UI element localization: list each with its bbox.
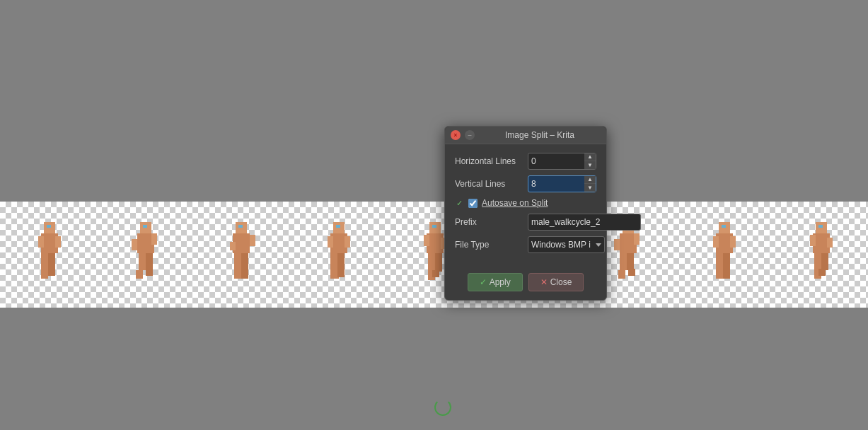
image-split-dialog: × – Image Split – Krita Horizontal Lines…: [444, 126, 607, 301]
vertical-lines-arrows: ▲ ▼: [584, 176, 596, 192]
dialog-titlebar: × – Image Split – Krita: [445, 127, 606, 144]
svg-rect-65: [713, 236, 719, 248]
svg-rect-23: [241, 253, 248, 270]
svg-rect-59: [627, 253, 634, 270]
autosave-row: ✓ Autosave on Split: [455, 198, 596, 208]
svg-rect-77: [821, 253, 828, 270]
svg-rect-30: [345, 236, 350, 248]
horizontal-lines-down[interactable]: ▼: [584, 161, 596, 169]
svg-rect-3: [55, 236, 61, 248]
svg-rect-29: [328, 236, 333, 248]
svg-rect-32: [337, 253, 345, 270]
svg-rect-25: [241, 270, 248, 279]
dialog-content: Horizontal Lines ▲ ▼ Vertical Lines ▲ ▼: [445, 144, 606, 267]
svg-rect-31: [330, 253, 337, 270]
svg-rect-34: [337, 269, 345, 277]
svg-rect-41: [435, 253, 442, 272]
prefix-label: Prefix: [455, 217, 522, 227]
svg-rect-4: [41, 253, 48, 270]
svg-rect-13: [139, 253, 146, 270]
svg-rect-80: [818, 225, 823, 228]
svg-rect-76: [814, 253, 821, 270]
horizontal-lines-input[interactable]: [528, 156, 584, 166]
svg-rect-56: [614, 239, 620, 250]
checkmark-icon: ✓: [456, 199, 463, 208]
prefix-row: Prefix: [455, 214, 596, 231]
window-close-button[interactable]: ×: [451, 130, 461, 140]
cursor-indicator: [434, 399, 451, 416]
vertical-lines-row: Vertical Lines ▲ ▼: [455, 175, 596, 192]
prefix-input[interactable]: [528, 214, 641, 231]
svg-rect-44: [432, 225, 436, 228]
sprite-8: [702, 219, 744, 290]
window-minimize-button[interactable]: –: [465, 130, 475, 140]
sprite-2: [123, 219, 166, 290]
close-label: Close: [550, 277, 572, 287]
svg-rect-79: [818, 269, 826, 276]
vertical-lines-input[interactable]: [528, 179, 584, 189]
svg-rect-22: [234, 253, 241, 270]
apply-label: Apply: [490, 277, 511, 287]
dialog-buttons: ✓ Apply ✕ Close: [445, 267, 606, 300]
svg-rect-61: [628, 269, 635, 276]
vertical-lines-spinbox[interactable]: ▲ ▼: [528, 175, 596, 192]
sprite-1: [27, 219, 69, 290]
svg-rect-40: [428, 253, 435, 272]
horizontal-lines-row: Horizontal Lines ▲ ▼: [455, 153, 596, 170]
dialog-title: Image Split – Krita: [479, 130, 601, 140]
svg-rect-2: [38, 236, 44, 248]
svg-rect-8: [47, 225, 51, 228]
horizontal-lines-arrows: ▲ ▼: [584, 153, 596, 169]
autosave-label: Autosave on Split: [482, 198, 548, 208]
svg-rect-60: [618, 270, 625, 279]
svg-rect-15: [136, 270, 143, 279]
svg-rect-24: [234, 270, 241, 279]
horizontal-lines-label: Horizontal Lines: [455, 156, 522, 166]
sprite-strip: [0, 202, 868, 308]
sprite-3: [220, 219, 262, 290]
svg-rect-35: [336, 225, 340, 228]
svg-rect-14: [146, 253, 153, 270]
close-x-icon: ✕: [540, 277, 548, 287]
svg-rect-43: [432, 270, 439, 277]
filetype-row: File Type Windows BMP i PNG JPEG TIFF: [455, 236, 596, 253]
svg-rect-68: [723, 253, 730, 270]
filetype-label: File Type: [455, 240, 522, 250]
autosave-checkbox[interactable]: [468, 199, 478, 208]
filetype-select[interactable]: Windows BMP i PNG JPEG TIFF: [528, 236, 605, 253]
svg-rect-16: [146, 269, 153, 276]
sprite-4: [316, 219, 359, 290]
svg-rect-67: [716, 253, 723, 270]
svg-rect-58: [620, 253, 627, 270]
vertical-lines-down[interactable]: ▼: [584, 184, 596, 192]
sprite-9: [799, 219, 841, 290]
svg-rect-74: [810, 235, 816, 246]
svg-rect-71: [722, 225, 726, 228]
svg-rect-57: [634, 233, 640, 245]
horizontal-lines-spinbox[interactable]: ▲ ▼: [528, 153, 596, 170]
svg-rect-75: [827, 238, 833, 248]
svg-rect-26: [238, 225, 243, 228]
svg-rect-38: [424, 235, 429, 246]
svg-rect-11: [132, 239, 137, 250]
svg-rect-6: [41, 270, 48, 279]
svg-rect-70: [723, 270, 730, 279]
svg-rect-21: [250, 235, 255, 246]
vertical-lines-up[interactable]: ▲: [584, 176, 596, 184]
svg-rect-17: [143, 225, 147, 228]
svg-rect-7: [48, 267, 55, 276]
close-button[interactable]: ✕ Close: [528, 273, 584, 291]
apply-check-icon: ✓: [480, 277, 487, 287]
svg-rect-12: [151, 233, 157, 245]
svg-rect-66: [730, 236, 736, 248]
apply-button[interactable]: ✓ Apply: [468, 273, 523, 291]
horizontal-lines-up[interactable]: ▲: [584, 153, 596, 161]
svg-rect-20: [230, 242, 236, 250]
vertical-lines-label: Vertical Lines: [455, 179, 522, 189]
